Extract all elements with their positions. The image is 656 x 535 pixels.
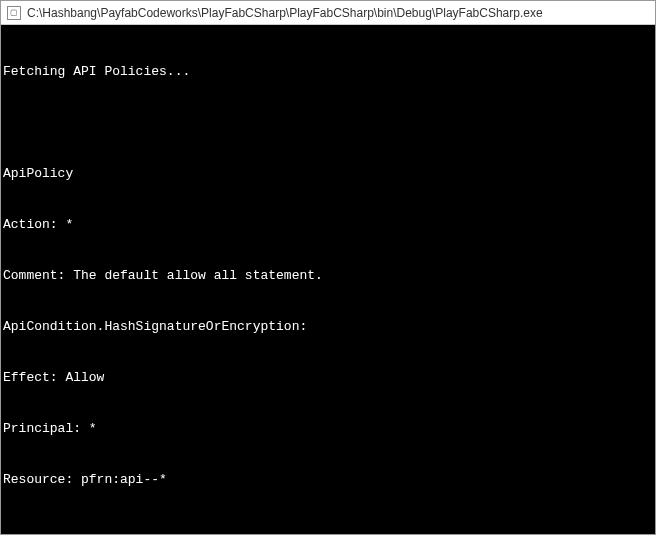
console-line: ApiCondition.HashSignatureOrEncryption: [3, 318, 651, 335]
console-line [3, 114, 651, 131]
title-bar[interactable]: ▢ C:\Hashbang\PayfabCodeworks\PlayFabCSh… [1, 1, 655, 25]
console-line: ApiPolicy [3, 165, 651, 182]
window-title: C:\Hashbang\PayfabCodeworks\PlayFabCShar… [27, 6, 543, 20]
console-line: Resource: pfrn:api--* [3, 471, 651, 488]
console-line: Principal: * [3, 420, 651, 437]
console-output[interactable]: Fetching API Policies... ApiPolicy Actio… [1, 25, 655, 534]
console-line: Fetching API Policies... [3, 63, 651, 80]
console-line: Action: * [3, 216, 651, 233]
console-line [3, 522, 651, 534]
app-window: ▢ C:\Hashbang\PayfabCodeworks\PlayFabCSh… [0, 0, 656, 535]
console-line: Comment: The default allow all statement… [3, 267, 651, 284]
console-line: Effect: Allow [3, 369, 651, 386]
app-icon: ▢ [7, 6, 21, 20]
